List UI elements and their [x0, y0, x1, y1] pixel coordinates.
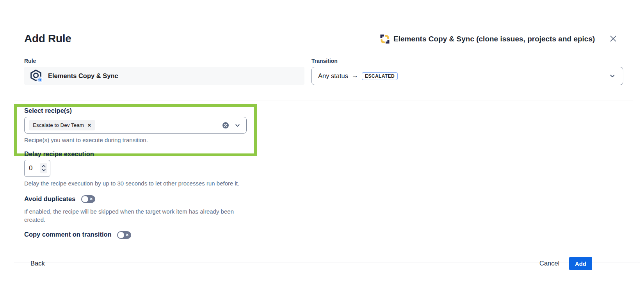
toggle-off-x-icon: ✕ [90, 197, 93, 201]
recipe-chip-label: Escalate to Dev Team [33, 122, 84, 128]
avoid-duplicates-helper-text: If enabled, the recipe will be skipped w… [24, 207, 242, 224]
number-stepper-icon[interactable] [40, 163, 47, 173]
delay-heading: Delay recipe execution [24, 150, 94, 158]
toggle-off-x-icon: ✕ [126, 233, 129, 237]
transition-select[interactable]: Any status → ESCALATED [311, 67, 623, 85]
rule-value: Elements Copy & Sync [48, 72, 118, 80]
elements-copy-sync-logo-icon [379, 34, 390, 45]
header-divider [14, 100, 633, 100]
avoid-duplicates-toggle[interactable]: ✕ [81, 195, 95, 203]
recipes-heading: Select recipe(s) [24, 107, 72, 114]
delay-helper-text: Delay the recipe execution by up to 30 s… [24, 179, 239, 187]
transition-label: Transition [311, 58, 338, 64]
rule-field: Elements Copy & Sync [24, 67, 304, 85]
recipes-helper-text: Recipe(s) you want to execute during tra… [24, 136, 148, 144]
avoid-duplicates-heading: Avoid duplicates [24, 195, 75, 203]
cancel-button[interactable]: Cancel [539, 260, 559, 267]
toggle-knob [118, 232, 124, 238]
add-rule-dialog: Add Rule Elements Copy & Sync (clone iss… [0, 0, 644, 303]
transition-status-badge: ESCALATED [362, 72, 398, 80]
chip-remove-icon[interactable]: ✕ [87, 123, 91, 128]
add-button[interactable]: Add [569, 257, 592, 270]
recipes-select[interactable]: Escalate to Dev Team ✕ [24, 117, 247, 134]
transition-from-status: Any status [318, 72, 348, 80]
dialog-app-title: Elements Copy & Sync (clone issues, proj… [393, 35, 595, 43]
rule-label: Rule [24, 58, 36, 64]
recipe-chip: Escalate to Dev Team ✕ [29, 120, 95, 130]
copy-comment-toggle[interactable]: ✕ [117, 231, 131, 239]
delay-input-wrap [24, 160, 50, 177]
delay-input[interactable] [29, 160, 39, 176]
copy-sync-rule-icon [29, 69, 43, 83]
chevron-down-icon[interactable] [234, 122, 241, 130]
transition-arrow-icon: → [352, 72, 358, 80]
page-title: Add Rule [24, 32, 71, 45]
toggle-knob [82, 196, 88, 202]
close-icon[interactable] [608, 34, 618, 44]
clear-all-icon[interactable] [222, 122, 229, 130]
copy-comment-heading: Copy comment on transition [24, 231, 112, 238]
back-button[interactable]: Back [30, 260, 45, 267]
chevron-down-icon[interactable] [609, 73, 616, 81]
